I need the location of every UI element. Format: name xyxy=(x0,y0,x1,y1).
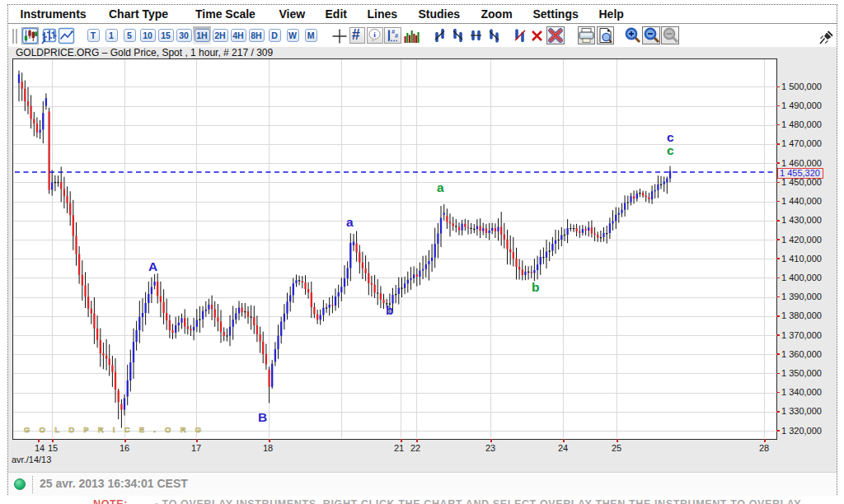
svg-text:#: # xyxy=(395,32,399,40)
svg-text:GOLDPRICE.ORG: GOLDPRICE.ORG xyxy=(24,425,210,434)
